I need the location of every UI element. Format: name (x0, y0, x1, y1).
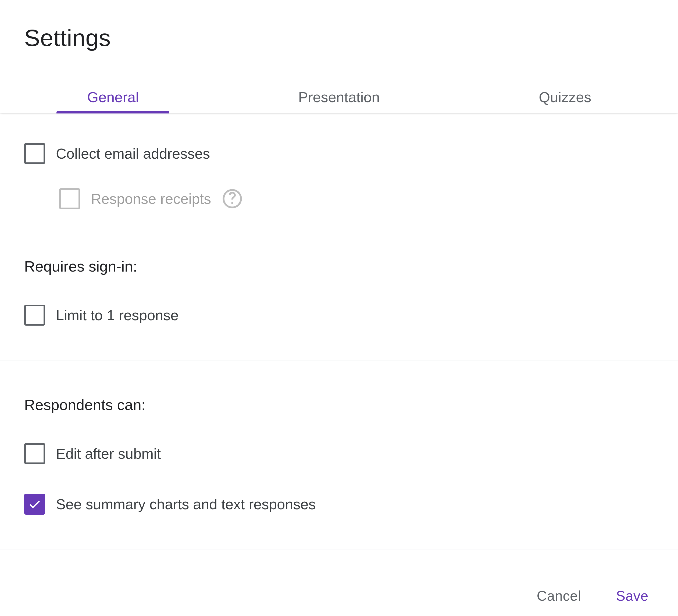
general-section: Collect email addresses Response receipt… (0, 143, 678, 326)
respondents-section: Respondents can: Edit after submit See s… (0, 396, 678, 515)
tab-label: Quizzes (539, 89, 591, 105)
collect-email-checkbox[interactable] (24, 143, 45, 164)
section-divider (0, 361, 678, 361)
collect-email-label: Collect email addresses (56, 145, 210, 162)
see-summary-row: See summary charts and text responses (24, 494, 654, 515)
edit-after-submit-checkbox[interactable] (24, 443, 45, 464)
respondents-can-heading: Respondents can: (24, 396, 654, 413)
collect-email-row: Collect email addresses (24, 143, 654, 164)
tab-general[interactable]: General (0, 81, 226, 113)
help-icon[interactable] (222, 188, 243, 209)
response-receipts-checkbox (59, 188, 80, 209)
tabs-bar: General Presentation Quizzes (0, 81, 678, 113)
dialog-title: Settings (0, 0, 678, 51)
dialog-footer: Cancel Save (0, 550, 678, 609)
see-summary-label: See summary charts and text responses (56, 496, 315, 512)
limit-one-row: Limit to 1 response (24, 305, 654, 326)
tab-quizzes[interactable]: Quizzes (452, 81, 678, 113)
question-circle-icon (222, 188, 243, 209)
save-button[interactable]: Save (610, 582, 654, 609)
tab-label: General (87, 89, 139, 105)
requires-signin-heading: Requires sign-in: (24, 258, 654, 275)
check-icon (28, 497, 42, 511)
limit-one-label: Limit to 1 response (56, 307, 179, 323)
edit-after-submit-label: Edit after submit (56, 445, 161, 462)
tab-presentation[interactable]: Presentation (226, 81, 452, 113)
edit-after-submit-row: Edit after submit (24, 443, 654, 464)
cancel-button[interactable]: Cancel (531, 582, 587, 609)
tab-label: Presentation (298, 89, 380, 105)
response-receipts-row: Response receipts (24, 188, 654, 209)
settings-dialog: Settings General Presentation Quizzes Co… (0, 0, 678, 616)
limit-one-checkbox[interactable] (24, 305, 45, 326)
see-summary-checkbox[interactable] (24, 494, 45, 515)
response-receipts-label: Response receipts (91, 190, 211, 207)
